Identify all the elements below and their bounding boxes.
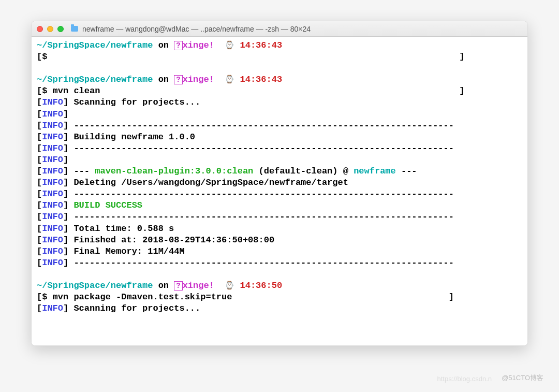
- watch-icon: ⌚: [225, 282, 234, 291]
- terminal-output[interactable]: ~/SpringSpace/newframe on ?xinge! ⌚ 14:3…: [32, 37, 527, 345]
- terminal-window: newframe — wangdong@wdMac — ..pace/newfr…: [31, 21, 528, 346]
- traffic-lights: [37, 26, 64, 32]
- window-titlebar[interactable]: newframe — wangdong@wdMac — ..pace/newfr…: [32, 21, 527, 37]
- watch-icon: ⌚: [225, 76, 234, 84]
- info-scan: [INFO] Scanning for projects...: [37, 97, 200, 107]
- window-title: newframe — wangdong@wdMac — ..pace/newfr…: [82, 25, 311, 33]
- info-dash: [INFO] ---------------------------------…: [37, 143, 454, 153]
- build-success: BUILD SUCCESS: [73, 200, 142, 210]
- prompt-line-2: ~/SpringSpace/newframe on ?xinge! ⌚ 14:3…: [37, 75, 282, 84]
- close-icon[interactable]: [37, 26, 43, 32]
- cmd-line-empty: [$ ]: [37, 52, 464, 62]
- info-finished: [INFO] Finished at: 2018-08-29T14:36:50+…: [37, 235, 274, 245]
- cmd-line-pkg: [$ mvn package -Dmaven.test.skip=true ]: [37, 292, 454, 302]
- info-total: [INFO] Total time: 0.588 s: [37, 224, 174, 234]
- info-empty: [INFO]: [37, 155, 68, 165]
- command-text: mvn clean: [53, 86, 100, 96]
- git-dirty-icon: ?: [174, 41, 182, 50]
- info-plugin: [INFO] --- maven-clean-plugin:3.0.0:clea…: [37, 166, 417, 176]
- prompt-time: 14:36:43: [240, 40, 282, 50]
- minimize-icon[interactable]: [47, 26, 53, 32]
- folder-icon: [71, 26, 78, 32]
- cmd-line-clean: [$ mvn clean ]: [37, 86, 464, 96]
- command-text: mvn package -Dmaven.test.skip=true: [53, 292, 232, 302]
- git-dirty-icon: ?: [174, 281, 182, 291]
- watermark-right: @51CTO博客: [502, 373, 543, 383]
- info-building: [INFO] Building newframe 1.0.0: [37, 132, 195, 142]
- info-dash: [INFO] ---------------------------------…: [37, 121, 454, 130]
- info-empty: [INFO]: [37, 109, 68, 119]
- info-dash: [INFO] ---------------------------------…: [37, 212, 454, 222]
- info-scan-2: [INFO] Scanning for projects...: [37, 303, 200, 313]
- git-dirty-icon: ?: [174, 75, 182, 84]
- prompt-line-3: ~/SpringSpace/newframe on ?xinge! ⌚ 14:3…: [37, 281, 282, 291]
- info-dash: [INFO] ---------------------------------…: [37, 258, 454, 268]
- plugin-name: maven-clean-plugin:3.0.0:clean: [95, 166, 253, 176]
- prompt-line-1: ~/SpringSpace/newframe on ?xinge! ⌚ 14:3…: [37, 40, 282, 50]
- git-branch: xinge!: [183, 40, 214, 50]
- info-tag: INFO: [42, 97, 63, 107]
- plugin-project: newframe: [354, 166, 396, 176]
- info-dash: [INFO] ---------------------------------…: [37, 189, 454, 199]
- watermark-left: https://blog.csdn.n: [437, 375, 492, 383]
- info-memory: [INFO] Final Memory: 11M/44M: [37, 246, 185, 256]
- info-success: [INFO] BUILD SUCCESS: [37, 200, 142, 210]
- maximize-icon[interactable]: [57, 26, 64, 32]
- watch-icon: ⌚: [225, 41, 234, 50]
- info-delete: [INFO] Deleting /Users/wangdong/SpringSp…: [37, 178, 348, 187]
- prompt-path: ~/SpringSpace/newframe: [37, 40, 153, 50]
